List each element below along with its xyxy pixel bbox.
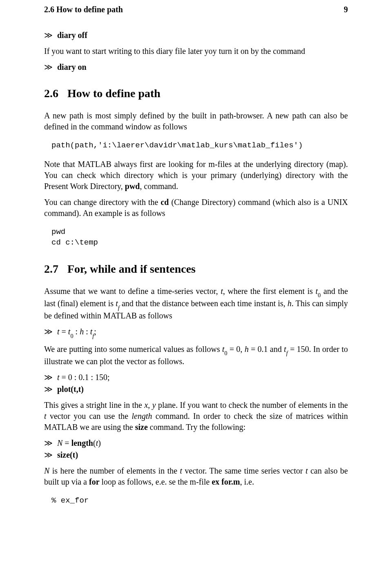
prompt-glyph: ≫ <box>44 327 53 336</box>
para-27-1: Assume that we want to define a time-ser… <box>44 286 348 322</box>
t: = <box>62 438 71 447</box>
s: 0 <box>225 350 227 356</box>
v: length <box>132 412 152 420</box>
section-title-text: How to define path <box>67 87 160 100</box>
v: h <box>80 327 84 336</box>
prompt-glyph: ≫ <box>44 373 53 382</box>
para-diary: If you want to start writing to this dia… <box>44 46 348 57</box>
t: plane. If you want to check the number o… <box>156 400 348 409</box>
para-27-2: We are putting into some numerical value… <box>44 344 348 367</box>
t: Assume that we want to define a time-ser… <box>44 287 220 296</box>
cmd-text: diary on <box>57 62 87 71</box>
cmd-pwd: pwd <box>125 182 140 191</box>
cmd-diary-off: ≫ diary off <box>44 30 348 41</box>
cmd-text: size(t) <box>57 450 78 459</box>
t: vector. The same time series vector <box>182 466 305 475</box>
t: ) <box>98 438 101 447</box>
var-tf: t <box>116 299 118 308</box>
section-number: 2.6 <box>44 87 58 100</box>
prompt-glyph: ≫ <box>44 438 53 447</box>
code-cd: pwd cd c:\temp <box>51 227 348 248</box>
var-h: h <box>287 299 292 308</box>
t: : <box>74 327 80 336</box>
section-2-6-heading: 2.6How to define path <box>44 86 348 101</box>
t: , where the first element is <box>223 287 316 296</box>
t: , <box>148 400 152 409</box>
t: : <box>84 327 90 336</box>
t: , i.e. <box>240 477 254 486</box>
t: vector you can use the <box>47 412 132 420</box>
cmd-diary-on: ≫ diary on <box>44 62 348 73</box>
code-path: path(path,'i:\laerer\davidr\matlab_kurs\… <box>51 140 348 151</box>
t: = 0.1 and <box>249 345 284 354</box>
text: , command. <box>140 182 178 191</box>
para-26-3: You can change directory with the cd (Ch… <box>44 197 348 219</box>
t: command. Try the following: <box>148 423 245 432</box>
cmd-text: diary off <box>57 31 87 40</box>
v: t <box>284 345 286 354</box>
para-27-4: N is here the number of elements in the … <box>44 465 348 487</box>
code-exfor: % ex_for <box>51 496 348 506</box>
text: Note that MATLAB always first are lookin… <box>44 160 348 191</box>
t: ( <box>93 438 96 447</box>
sub: 0 <box>318 292 321 298</box>
v: h <box>245 345 249 354</box>
runhead-right: 9 <box>344 4 348 15</box>
para-26-2: Note that MATLAB always first are lookin… <box>44 159 348 192</box>
v: t <box>222 345 225 354</box>
prompt-glyph: ≫ <box>44 31 53 40</box>
cmd-plot: ≫ plot(t,t) <box>44 384 348 395</box>
prompt-glyph: ≫ <box>44 385 53 394</box>
prompt-glyph: ≫ <box>44 62 53 71</box>
cmd-length: ≫ N = length(t) <box>44 438 348 449</box>
sub: f <box>118 305 120 311</box>
t: This gives a stright line in the <box>44 400 144 409</box>
text: You can change directory with the <box>44 198 160 207</box>
para-27-3: This gives a stright line in the x, y pl… <box>44 400 348 433</box>
t: ; <box>94 327 96 336</box>
cmd-t-numeric: ≫ t = 0 : 0.1 : 150; <box>44 372 348 383</box>
v: x <box>144 400 148 409</box>
section-2-7-heading: 2.7For, while and if sentences <box>44 261 348 277</box>
cmd-size: ≫ size(t) <box>44 449 348 461</box>
page: 2.6 How to define path 9 ≫ diary off If … <box>0 0 392 574</box>
prompt-glyph: ≫ <box>44 450 53 459</box>
s: 0 <box>70 333 73 339</box>
t: = 0 : 0.1 : 150; <box>60 373 110 382</box>
v: N <box>57 438 62 447</box>
running-header: 2.6 How to define path 9 <box>44 4 348 15</box>
s: f <box>92 333 94 339</box>
cmd-t-range: ≫ t = t0 : h : tf; <box>44 326 348 338</box>
t: = 0, <box>227 345 245 354</box>
v: N <box>44 466 49 475</box>
s: f <box>286 350 288 356</box>
t: is here the number of elements in the <box>49 466 180 475</box>
v: y <box>152 400 156 409</box>
mfile: ex <box>212 477 219 486</box>
section-number: 2.7 <box>44 263 58 275</box>
t: We are putting into some numerical value… <box>44 345 222 354</box>
cmd: length <box>71 438 93 447</box>
t: = <box>60 327 68 336</box>
mfile2: for.m <box>221 477 240 486</box>
cmd-cd: cd <box>160 198 169 207</box>
kw-for: for <box>89 477 100 486</box>
section-title-text: For, while and if sentences <box>67 263 196 275</box>
cmd-size: size <box>135 423 148 432</box>
t: and that the distance between each time … <box>120 299 287 308</box>
para-26-1: A new path is most simply defined by the… <box>44 110 348 132</box>
t: loop as follows, e.e. se the m-file <box>100 477 212 486</box>
cmd-text: plot(t,t) <box>57 385 84 394</box>
runhead-left: 2.6 How to define path <box>44 4 123 15</box>
